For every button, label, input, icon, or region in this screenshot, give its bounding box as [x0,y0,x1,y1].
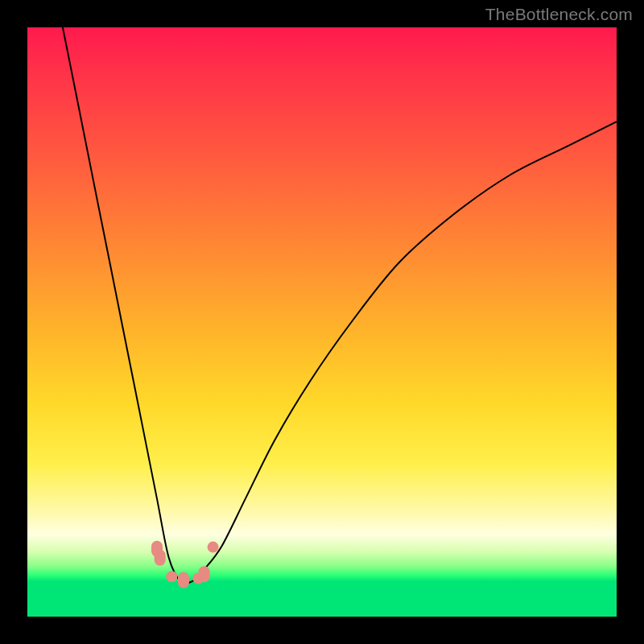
svg-rect-3 [178,572,189,588]
plot-area [27,27,617,617]
svg-point-2 [166,571,177,582]
outer-frame: TheBottleneck.com [0,0,644,644]
watermark-text: TheBottleneck.com [485,5,633,24]
bottleneck-curve [27,27,617,617]
svg-rect-1 [155,550,166,566]
svg-point-6 [208,542,219,553]
svg-rect-5 [199,566,210,582]
